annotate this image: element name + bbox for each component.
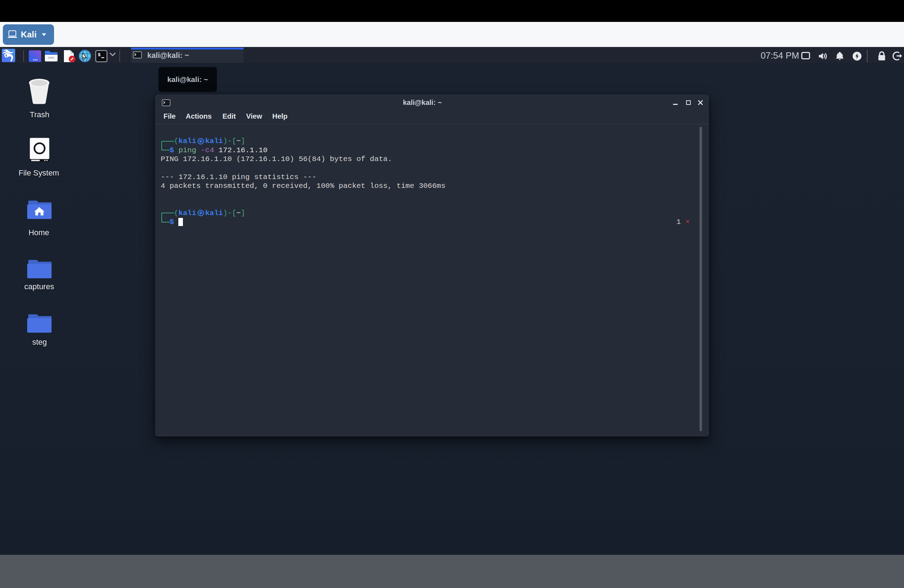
svg-text:$: $ <box>98 52 101 58</box>
